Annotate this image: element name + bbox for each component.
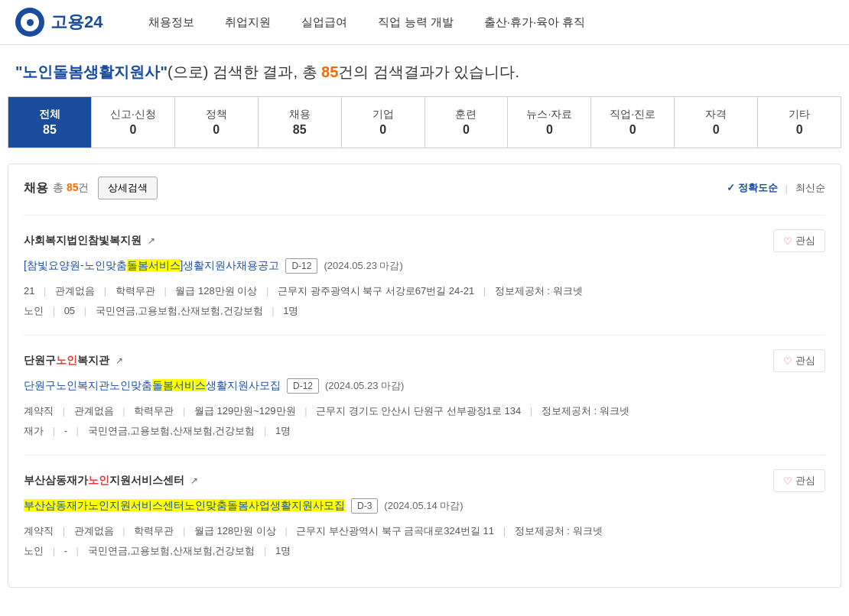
sort-recent[interactable]: 최신순 bbox=[795, 181, 825, 195]
tab-career[interactable]: 직업·진로 0 bbox=[591, 97, 675, 148]
wish-button[interactable]: ♡ 관심 bbox=[773, 229, 825, 252]
meta-edu: 학력무관 bbox=[134, 525, 174, 537]
job-title-link[interactable]: 단원구노인복지관노인맞춤돌봄서비스생활지원사모집 bbox=[24, 379, 281, 393]
logo[interactable]: 고용24 bbox=[15, 8, 102, 37]
nav-item-employment[interactable]: 취업지원 bbox=[225, 15, 271, 30]
meta-location: 근무지 부산광역시 북구 금곡대로324번길 11 bbox=[296, 525, 494, 537]
tab-career-label: 직업·진로 bbox=[610, 108, 655, 122]
tab-company-count: 0 bbox=[379, 123, 386, 137]
title-highlighted-block: 부산삼동재가노인지원서비스센터노인맞춤돌봄사업생활지원사모집 bbox=[24, 499, 345, 511]
tab-all-count: 85 bbox=[43, 123, 57, 137]
tab-company[interactable]: 기업 0 bbox=[342, 97, 425, 148]
job-meta: 계약직 | 관계없음 | 학력무관 | 월급 129만원~129만원 | 근무지… bbox=[24, 401, 825, 441]
nav-item-unemployment[interactable]: 실업급여 bbox=[301, 15, 347, 30]
meta-relation: 관계없음 bbox=[74, 525, 114, 537]
meta-headcount: 1명 bbox=[275, 425, 291, 436]
heart-icon: ♡ bbox=[783, 355, 792, 367]
sort-accuracy[interactable]: ✓ 정확도순 bbox=[727, 181, 778, 195]
title-part1: [참빛요양원-노인맞춤 bbox=[24, 259, 127, 271]
header: 고용24 채용정보 취업지원 실업급여 직업 능력 개발 출산·휴가·육아 휴직 bbox=[0, 0, 849, 45]
main-nav: 채용정보 취업지원 실업급여 직업 능력 개발 출산·휴가·육아 휴직 bbox=[148, 15, 585, 30]
meta-employment-type: 계약직 bbox=[24, 525, 54, 537]
job-company-row: 사회복지법인참빛복지원 ↗ ♡ 관심 bbox=[24, 229, 825, 252]
meta-location: 근무지 광주광역시 북구 서강로67번길 24-21 bbox=[278, 285, 474, 297]
tab-other[interactable]: 기타 0 bbox=[758, 97, 841, 148]
title-part2: ]생활지원사채용공고 bbox=[181, 259, 280, 271]
quote-close: " bbox=[160, 63, 167, 80]
tab-report-label: 신고·신청 bbox=[110, 108, 156, 122]
job-item: 단원구노인복지관 ↗ ♡ 관심 단원구노인복지관노인맞춤돌봄서비스생활지원사모집… bbox=[24, 335, 825, 455]
nav-item-skills[interactable]: 직업 능력 개발 bbox=[378, 15, 453, 30]
meta-insurance: 국민연금,고용보험,산재보험,건강보험 bbox=[88, 425, 255, 436]
tab-training[interactable]: 훈련 0 bbox=[425, 97, 509, 148]
company-name[interactable]: 사회복지법인참빛복지원 bbox=[24, 234, 142, 246]
search-result-title: "노인돌봄생활지원사"(으로) 검색한 결과, 총 85건의 검색결과가 있습니… bbox=[0, 45, 849, 96]
meta-row-1: 계약직 | 관계없음 | 학력무관 | 월급 129만원~129만원 | 근무지… bbox=[24, 401, 825, 421]
meta-code: 05 bbox=[64, 305, 75, 316]
tab-news[interactable]: 뉴스·자료 0 bbox=[508, 97, 591, 148]
wish-label: 관심 bbox=[795, 474, 815, 488]
title-highlight: 돌봄서비스 bbox=[152, 379, 206, 391]
tab-qualification-label: 자격 bbox=[705, 108, 727, 122]
job-meta: 계약직 | 관계없음 | 학력무관 | 월급 128만원 이상 | 근무지 부산… bbox=[24, 521, 825, 561]
search-count: 85 bbox=[321, 63, 338, 80]
job-item: 사회복지법인참빛복지원 ↗ ♡ 관심 [참빛요양원-노인맞춤돌봄서비스]생활지원… bbox=[24, 215, 825, 335]
meta-row-2: 재가 | - | 국민연금,고용보험,산재보험,건강보험 | 1명 bbox=[24, 421, 825, 441]
title-highlight: 돌봄서비스 bbox=[127, 259, 181, 271]
meta-row-2: 노인 | 05 | 국민연금,고용보험,산재보험,건강보험 | 1명 bbox=[24, 301, 825, 321]
external-link-icon: ↗ bbox=[190, 475, 198, 486]
badge-d3: D-3 bbox=[351, 498, 378, 514]
company-name[interactable]: 부산삼동재가노인지원서비스센터 bbox=[24, 474, 184, 486]
badge-d12: D-12 bbox=[285, 258, 317, 274]
meta-row-1: 계약직 | 관계없음 | 학력무관 | 월급 128만원 이상 | 근무지 부산… bbox=[24, 521, 825, 541]
search-keyword: 노인돌봄생활지원사 bbox=[22, 63, 160, 80]
meta-row-1: 21 | 관계없음 | 학력무관 | 월급 128만원 이상 | 근무지 광주광… bbox=[24, 281, 825, 301]
detail-search-button[interactable]: 상세검색 bbox=[98, 177, 158, 199]
meta-edu: 학력무관 bbox=[134, 405, 174, 417]
nav-item-recruitment[interactable]: 채용정보 bbox=[148, 15, 194, 30]
nav-item-parental[interactable]: 출산·휴가·육아 휴직 bbox=[484, 15, 586, 30]
job-title-link[interactable]: 부산삼동재가노인지원서비스센터노인맞춤돌봄사업생활지원사모집 bbox=[24, 499, 345, 513]
meta-care-type: 노인 bbox=[24, 305, 44, 316]
external-link-icon: ↗ bbox=[148, 235, 155, 246]
job-company-row: 부산삼동재가노인지원서비스센터 ↗ ♡ 관심 bbox=[24, 469, 825, 492]
results-section: 채용 총 85건 상세검색 ✓ 정확도순 | 최신순 사회복지법인참빛복지원 ↗… bbox=[8, 164, 841, 588]
meta-source: 정보제공처 : 워크넷 bbox=[495, 285, 583, 297]
wish-button[interactable]: ♡ 관심 bbox=[773, 469, 825, 492]
company-name-area: 부산삼동재가노인지원서비스센터 ↗ bbox=[24, 474, 198, 488]
results-title-area: 채용 총 85건 상세검색 bbox=[24, 177, 158, 199]
meta-insurance: 국민연금,고용보험,산재보험,건강보험 bbox=[96, 305, 263, 316]
tab-qualification-count: 0 bbox=[713, 123, 720, 137]
meta-salary: 월급 129만원~129만원 bbox=[194, 405, 296, 417]
tab-news-label: 뉴스·자료 bbox=[526, 108, 572, 122]
total-label: 총 85건 bbox=[53, 181, 89, 195]
tab-report-count: 0 bbox=[129, 123, 136, 137]
meta-relation: 관계없음 bbox=[55, 285, 95, 297]
job-title-row: 단원구노인복지관노인맞춤돌봄서비스생활지원사모집 D-12 (2024.05.2… bbox=[24, 378, 825, 394]
wish-label: 관심 bbox=[795, 234, 815, 248]
tab-policy[interactable]: 정책 0 bbox=[175, 97, 259, 148]
wish-button[interactable]: ♡ 관심 bbox=[773, 349, 825, 372]
title-part2: 생활지원사모집 bbox=[206, 379, 281, 391]
tab-qualification[interactable]: 자격 0 bbox=[675, 97, 758, 148]
tab-report[interactable]: 신고·신청 0 bbox=[92, 97, 175, 148]
tab-recruit-count: 85 bbox=[293, 123, 307, 137]
company-name-area: 사회복지법인참빛복지원 ↗ bbox=[24, 234, 155, 248]
company-name-area: 단원구노인복지관 ↗ bbox=[24, 354, 123, 368]
tab-recruit[interactable]: 채용 85 bbox=[259, 97, 342, 148]
meta-code: - bbox=[64, 425, 67, 436]
job-item: 부산삼동재가노인지원서비스센터 ↗ ♡ 관심 부산삼동재가노인지원서비스센터노인… bbox=[24, 455, 825, 575]
meta-edu: 학력무관 bbox=[115, 285, 155, 297]
tab-all-label: 전체 bbox=[39, 108, 60, 122]
job-meta: 21 | 관계없음 | 학력무관 | 월급 128만원 이상 | 근무지 광주광… bbox=[24, 281, 825, 321]
meta-care-type: 노인 bbox=[24, 545, 44, 556]
title-part1: 단원구노인복지관노인맞춤 bbox=[24, 379, 152, 391]
meta-headcount: 1명 bbox=[283, 305, 298, 316]
meta-care-type: 재가 bbox=[24, 425, 44, 436]
tab-training-label: 훈련 bbox=[455, 108, 477, 122]
job-title-link[interactable]: [참빛요양원-노인맞춤돌봄서비스]생활지원사채용공고 bbox=[24, 259, 279, 273]
meta-headcount: 1명 bbox=[275, 545, 291, 556]
tab-all[interactable]: 전체 85 bbox=[8, 97, 92, 148]
company-name[interactable]: 단원구노인복지관 bbox=[24, 354, 109, 366]
badge-d12: D-12 bbox=[287, 378, 319, 394]
